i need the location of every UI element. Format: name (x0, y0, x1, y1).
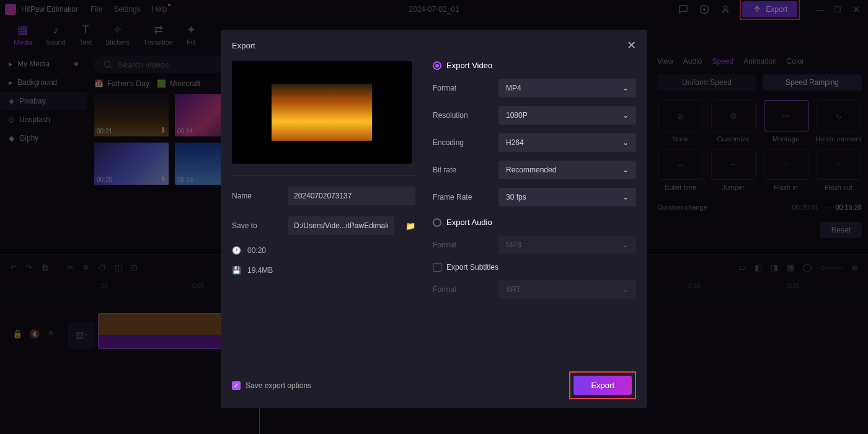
chevron-down-icon: ⌄ (622, 84, 629, 92)
resolution-select[interactable]: 1080P⌄ (498, 106, 636, 125)
divider (232, 175, 415, 175)
modal-title: Export (232, 41, 255, 50)
chevron-down-icon: ⌄ (622, 193, 629, 202)
radio-unchecked-icon (433, 218, 441, 227)
format-select[interactable]: MP4⌄ (498, 79, 636, 97)
framerate-select[interactable]: 30 fps⌄ (498, 188, 636, 206)
export-subs-checkbox[interactable]: Export Subtitles (433, 263, 636, 272)
name-label: Name (232, 192, 280, 200)
saveto-label: Save to (232, 221, 280, 230)
close-icon[interactable]: ✕ (627, 38, 636, 52)
export-video-radio[interactable]: Export Video (433, 61, 636, 70)
bitrate-select[interactable]: Recommended⌄ (498, 161, 636, 179)
audio-format-select: MP3⌄ (498, 236, 636, 254)
export-btn-highlight: Export (569, 371, 636, 399)
modal-right: Export Video FormatMP4⌄ Resolution1080P⌄… (433, 61, 636, 363)
chevron-down-icon: ⌄ (622, 285, 629, 294)
radio-checked-icon (433, 61, 441, 70)
preview-image (272, 84, 372, 141)
encoding-select[interactable]: H264⌄ (498, 133, 636, 152)
checkbox-icon (433, 263, 441, 272)
folder-icon[interactable]: 📁 (405, 221, 415, 231)
chevron-down-icon: ⌄ (622, 111, 629, 120)
preview-box (232, 61, 412, 164)
export-button[interactable]: Export (574, 376, 632, 395)
modal-header: Export ✕ (221, 30, 647, 61)
subs-format-select: SRT⌄ (498, 280, 636, 299)
checkbox-checked-icon: ✓ (232, 381, 241, 390)
export-modal: Export ✕ Name Save to 📁 🕐00:20 💾19.4MB E… (221, 30, 647, 408)
file-icon: 💾 (232, 266, 241, 275)
save-options-checkbox[interactable]: ✓Save export options (232, 381, 311, 390)
export-audio-radio[interactable]: Export Audio (433, 218, 636, 227)
modal-footer: ✓Save export options Export (221, 363, 647, 408)
chevron-down-icon: ⌄ (622, 166, 629, 174)
chevron-down-icon: ⌄ (622, 138, 629, 147)
saveto-input[interactable] (288, 216, 394, 235)
name-input[interactable] (288, 187, 415, 205)
chevron-down-icon: ⌄ (622, 241, 629, 249)
modal-left: Name Save to 📁 🕐00:20 💾19.4MB (232, 61, 415, 363)
duration-value: 00:20 (247, 246, 266, 255)
size-value: 19.4MB (247, 266, 273, 275)
clock-icon: 🕐 (232, 246, 241, 255)
